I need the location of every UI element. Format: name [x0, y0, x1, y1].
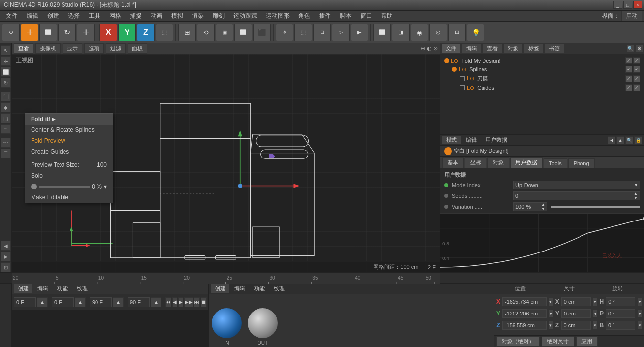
om-check-s2[interactable]: ✓ [633, 66, 640, 73]
mode-tab-userdata[interactable]: 用户数据 [482, 136, 511, 144]
vp-tab-display[interactable]: 显示 [63, 43, 82, 54]
coord-size-x-spin[interactable]: ▾ [593, 297, 598, 306]
menu-select[interactable]: 选择 [64, 11, 84, 21]
menu-simulate[interactable]: 模拟 [167, 11, 187, 21]
rp-tab-view[interactable]: 查看 [483, 44, 502, 53]
coord-rot-h[interactable] [606, 297, 635, 306]
transport-first[interactable]: ⏮ [165, 297, 171, 307]
transport-next[interactable]: ▶▶ [184, 297, 193, 307]
mode-icon-left[interactable]: ◀ [608, 136, 615, 144]
ls-obj3[interactable]: ⬚ [1, 113, 11, 123]
ls-scale[interactable]: ⬜ [1, 67, 11, 77]
attr-seeds-field[interactable]: 0 ▲ ▼ [513, 191, 640, 200]
at-tab-coords[interactable]: 坐标 [465, 157, 486, 168]
coord-btn-apply[interactable]: 应用 [576, 336, 598, 347]
vp-tab-view[interactable]: 查看 [14, 43, 33, 54]
ls-obj2[interactable]: ◆ [1, 102, 11, 112]
coord-pos-y-spin[interactable]: ▾ [548, 309, 553, 318]
tl-tab-texture[interactable]: 纹理 [73, 284, 92, 293]
toolbar-snap[interactable]: ⌖ [276, 24, 293, 41]
rp-settings-icon[interactable]: ⚙ [635, 45, 643, 53]
ls-spline2[interactable]: ⌒ [1, 149, 11, 158]
coord-pos-x[interactable] [502, 297, 547, 306]
om-check-d2[interactable]: ✓ [633, 75, 640, 82]
om-item-daomu[interactable]: L⊙ 刀模 ✓ ✓ [458, 74, 642, 83]
toolbar-render-region[interactable]: ⊡ [313, 24, 331, 41]
transport-play[interactable]: ▶ [178, 297, 183, 307]
mat-item-out[interactable]: OUT [247, 307, 279, 346]
attr-mode-dropdown[interactable]: Up-Down ▾ [513, 181, 640, 189]
toolbar-display-grid[interactable]: ⊞ [448, 24, 466, 41]
variation-up[interactable]: ▲ [541, 202, 545, 207]
cm-fold-preview[interactable]: Fold Preview [25, 135, 113, 146]
coord-size-y-spin[interactable]: ▾ [593, 309, 598, 318]
cm-header[interactable]: Fold it! ▸ [25, 114, 113, 125]
om-item-fold-my-design[interactable]: L⊙ Fold My Design! ✓ ✓ [442, 56, 642, 65]
menu-file[interactable]: 文件 [2, 11, 22, 21]
transport-prev[interactable]: ◀ [172, 297, 177, 307]
seeds-down[interactable]: ▼ [634, 196, 638, 200]
frame-end-input[interactable] [90, 297, 112, 307]
minimize-button[interactable]: _ [613, 1, 622, 9]
mode-tab-mode[interactable]: 模式 [442, 136, 461, 144]
toolbar-display-flat[interactable]: ◨ [392, 24, 410, 41]
vp-tab-filter[interactable]: 过滤 [106, 43, 126, 54]
om-check-g1[interactable]: ✓ [625, 84, 632, 91]
vp-tab-panel[interactable]: 面板 [128, 43, 147, 54]
toolbar-axis-x[interactable]: X [99, 24, 117, 41]
tl-track[interactable] [12, 310, 208, 347]
toolbar-axis-y[interactable]: Y [118, 24, 136, 41]
coord-size-y[interactable] [561, 309, 591, 318]
mode-tab-edit[interactable]: 编辑 [462, 136, 481, 144]
slider-arrow[interactable]: ▾ [104, 183, 107, 190]
menu-tools[interactable]: 工具 [85, 11, 104, 21]
variation-slider[interactable] [551, 206, 640, 208]
frame-end-spinner-up[interactable]: ▲ [113, 297, 124, 307]
mat-tab-texture[interactable]: 纹理 [270, 284, 289, 293]
variation-down[interactable]: ▼ [541, 207, 545, 211]
transport-last[interactable]: ⏭ [194, 297, 200, 307]
frame-start-input[interactable] [14, 297, 36, 307]
toolbar-transform[interactable]: ✛ [77, 24, 95, 41]
coord-pos-y[interactable] [502, 309, 547, 318]
tl-tab-edit[interactable]: 编辑 [33, 284, 52, 293]
mat-tab-edit[interactable]: 编辑 [230, 284, 249, 293]
toolbar-display-lines[interactable]: ⬜ [373, 24, 391, 41]
cm-solo[interactable]: Solo [25, 170, 113, 181]
coord-size-z[interactable] [561, 321, 591, 330]
toolbar-workplane[interactable]: ⬚ [294, 24, 312, 41]
toolbar-object-coord[interactable]: ⬚ [156, 24, 173, 41]
menu-mesh[interactable]: 网格 [105, 11, 125, 21]
frame-current-input[interactable] [52, 297, 74, 307]
mat-item-in[interactable]: IN [211, 307, 243, 346]
timeline-ruler[interactable]: 20 5 10 15 20 25 30 35 40 45 5 [12, 273, 440, 284]
menu-create[interactable]: 创建 [43, 11, 63, 21]
toolbar-anim-record[interactable]: ⬛ [253, 24, 271, 41]
menu-help[interactable]: 帮助 [377, 11, 397, 21]
rp-tab-bookmarks[interactable]: 书签 [545, 44, 564, 53]
menu-character[interactable]: 角色 [294, 11, 314, 21]
toolbar-move[interactable]: ✛ [21, 24, 38, 41]
mode-icon-search[interactable]: 🔍 [625, 136, 633, 144]
at-tab-userdata[interactable]: 用户数据 [510, 157, 543, 168]
mode-icon-up[interactable]: ▲ [616, 136, 624, 144]
om-item-guides[interactable]: L⊙ Guides ✓ ✓ [458, 83, 642, 92]
mat-tab-create[interactable]: 创建 [211, 284, 229, 293]
transport-stop[interactable]: ⏹ [201, 297, 207, 307]
coord-btn-abs-size[interactable]: 绝对尺寸 [542, 336, 574, 347]
frame-max-spinner-up[interactable]: ▲ [151, 297, 161, 307]
menu-mograph[interactable]: 运动图形 [262, 11, 293, 21]
toolbar-light[interactable]: 💡 [467, 24, 484, 41]
toolbar-render[interactable]: ▶ [351, 24, 368, 41]
tl-tab-create[interactable]: 创建 [14, 284, 32, 293]
coord-rot-p[interactable] [606, 309, 635, 318]
toolbar-render-vp[interactable]: ▷ [332, 24, 350, 41]
ls-obj1[interactable]: ⬛ [1, 92, 11, 101]
om-check2[interactable]: ✓ [633, 57, 640, 64]
toolbar-scale[interactable]: ⬜ [39, 24, 57, 41]
om-item-splines[interactable]: L⊙ Splines ✓ ✓ [450, 65, 642, 74]
coord-rot-b[interactable] [606, 321, 635, 330]
toolbar-axis-z[interactable]: Z [137, 24, 155, 41]
cm-create-guides[interactable]: Create Guides [25, 146, 113, 157]
om-check-g2[interactable]: ✓ [633, 84, 640, 91]
